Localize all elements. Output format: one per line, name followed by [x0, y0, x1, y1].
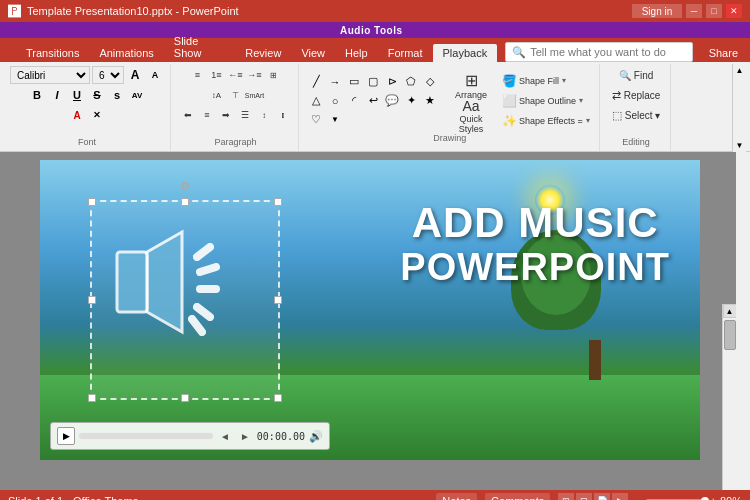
zoom-out-btn[interactable]: − [636, 496, 642, 501]
slideshow-btn[interactable]: ▶ [612, 493, 628, 500]
svg-line-5 [197, 307, 210, 317]
shape-oval[interactable]: ○ [326, 92, 344, 110]
zoom-level[interactable]: 80% [720, 495, 742, 500]
close-button[interactable]: ✕ [726, 4, 742, 18]
shapes-palette: ╱ → ▭ ▢ ⊳ ⬠ ◇ △ ○ ◜ ↩ 💬 ✦ ★ ♡ ▼ [307, 73, 447, 129]
maximize-button[interactable]: □ [706, 4, 722, 18]
handle-ml[interactable] [88, 296, 96, 304]
align-text-btn[interactable]: ⊤ [227, 86, 245, 104]
tab-transitions[interactable]: Transitions [16, 44, 89, 62]
font-shrink-btn[interactable]: A [146, 66, 164, 84]
sign-in-button[interactable]: Sign in [632, 4, 682, 18]
tab-animations[interactable]: Animations [89, 44, 163, 62]
shape-effects-btn[interactable]: ✨ Shape Effects = ▾ [499, 111, 593, 130]
scroll-up-arrow[interactable]: ▲ [723, 304, 737, 318]
tell-me-box[interactable]: 🔍 [505, 42, 693, 62]
shape-star4[interactable]: ✦ [402, 92, 420, 110]
justify-btn[interactable]: ☰ [236, 106, 254, 124]
shape-more[interactable]: ▼ [326, 111, 344, 129]
handle-br[interactable] [274, 394, 282, 402]
volume-icon[interactable]: 🔊 [309, 430, 323, 443]
handle-mr[interactable] [274, 296, 282, 304]
shadow-btn[interactable]: s [108, 86, 126, 104]
shape-rect[interactable]: ▭ [345, 73, 363, 91]
prev-button[interactable]: ◄ [217, 428, 233, 444]
clear-format-btn[interactable]: ✕ [88, 106, 106, 124]
bold-btn[interactable]: B [28, 86, 46, 104]
tab-review[interactable]: Review [235, 44, 291, 62]
handle-tl[interactable] [88, 198, 96, 206]
reading-view-btn[interactable]: 📄 [594, 493, 610, 500]
share-button[interactable]: Share [701, 44, 746, 62]
shape-callout[interactable]: 💬 [383, 92, 401, 110]
shape-curved-arrow[interactable]: ↩ [364, 92, 382, 110]
find-btn[interactable]: 🔍 Find [615, 66, 657, 85]
handle-bl[interactable] [88, 394, 96, 402]
char-spacing-btn[interactable]: AV [128, 86, 146, 104]
zoom-in-btn[interactable]: + [710, 496, 716, 501]
shape-outline-btn[interactable]: ⬜ Shape Outline ▾ [499, 91, 593, 110]
convert-smartart-btn[interactable]: SmArt [246, 86, 264, 104]
ribbon-scroll-down[interactable]: ▼ [736, 141, 744, 150]
rotate-handle[interactable] [181, 182, 189, 190]
select-btn[interactable]: ⬚ Select ▾ [608, 106, 665, 125]
text-direction-btn[interactable]: ↕A [208, 86, 226, 104]
shape-heart[interactable]: ♡ [307, 111, 325, 129]
font-family-select[interactable]: Calibri [10, 66, 90, 84]
tab-slideshow[interactable]: Slide Show [164, 32, 236, 62]
normal-view-btn[interactable]: ⊞ [558, 493, 574, 500]
numbering-btn[interactable]: 1≡ [208, 66, 226, 84]
line-spacing-btn[interactable]: ↕ [255, 106, 273, 124]
tab-playback[interactable]: Playback [433, 44, 498, 62]
handle-tm[interactable] [181, 198, 189, 206]
increase-indent-btn[interactable]: →≡ [246, 66, 264, 84]
tab-home[interactable] [4, 56, 16, 62]
play-button[interactable]: ▶ [57, 427, 75, 445]
font-size-select[interactable]: 60 [92, 66, 124, 84]
font-grow-btn[interactable]: A [126, 66, 144, 84]
shape-arc[interactable]: ◜ [345, 92, 363, 110]
slide-sorter-btn[interactable]: ⊟ [576, 493, 592, 500]
comments-button[interactable]: Comments [485, 493, 550, 500]
shape-diamond[interactable]: ◇ [421, 73, 439, 91]
strikethrough-btn[interactable]: S [88, 86, 106, 104]
tab-view[interactable]: View [291, 44, 335, 62]
align-center-btn[interactable]: ≡ [198, 106, 216, 124]
align-left-btn[interactable]: ⬅ [179, 106, 197, 124]
tab-help[interactable]: Help [335, 44, 378, 62]
align-right-btn[interactable]: ➡ [217, 106, 235, 124]
handle-bm[interactable] [181, 394, 189, 402]
underline-btn[interactable]: U [68, 86, 86, 104]
shape-format-actions: 🪣 Shape Fill ▾ ⬜ Shape Outline ▾ ✨ Shape… [499, 71, 593, 130]
bullets-btn[interactable]: ≡ [189, 66, 207, 84]
shape-line[interactable]: ╱ [307, 73, 325, 91]
theme-name: Office Theme [73, 495, 139, 500]
columns-btn[interactable]: ⫿ [274, 106, 292, 124]
replace-btn[interactable]: ⇄ Replace [608, 86, 665, 105]
slide[interactable]: ADD MUSIC POWERPOINT [40, 160, 700, 460]
shape-arrow-right[interactable]: → [326, 73, 344, 91]
quick-styles-btn[interactable]: Aa Quick Styles [449, 102, 493, 130]
notes-button[interactable]: Notes [436, 493, 477, 500]
shape-pentagon[interactable]: ⬠ [402, 73, 420, 91]
scroll-thumb[interactable] [724, 320, 736, 350]
minimize-button[interactable]: ─ [686, 4, 702, 18]
arrange-btn[interactable]: ⊞ Arrange [449, 72, 493, 100]
shape-fill-btn[interactable]: 🪣 Shape Fill ▾ [499, 71, 593, 90]
handle-tr[interactable] [274, 198, 282, 206]
tab-format[interactable]: Format [378, 44, 433, 62]
progress-bar[interactable] [79, 433, 213, 439]
svg-line-3 [200, 267, 216, 272]
shape-rounded-rect[interactable]: ▢ [364, 73, 382, 91]
decrease-indent-btn[interactable]: ←≡ [227, 66, 245, 84]
next-button[interactable]: ► [237, 428, 253, 444]
font-color-btn[interactable]: A [68, 106, 86, 124]
shape-triangle[interactable]: △ [307, 92, 325, 110]
speaker-selected-container[interactable] [90, 200, 280, 400]
italic-btn[interactable]: I [48, 86, 66, 104]
shape-chevron[interactable]: ⊳ [383, 73, 401, 91]
ribbon-scroll-up[interactable]: ▲ [736, 66, 744, 75]
smartart-convert-btn[interactable]: ⊞ [265, 66, 283, 84]
tell-me-input[interactable] [530, 46, 686, 58]
shape-star5[interactable]: ★ [421, 92, 439, 110]
